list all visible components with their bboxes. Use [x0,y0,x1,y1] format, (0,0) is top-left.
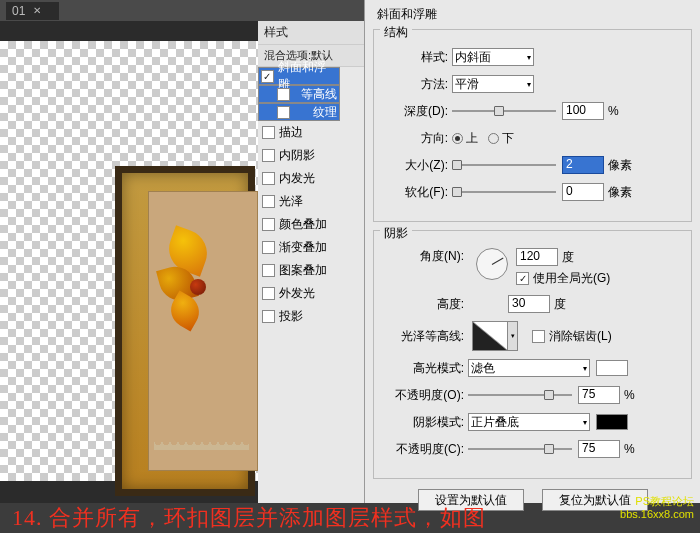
style-row-bevel[interactable]: ✓斜面和浮雕 [258,67,340,85]
angle-wheel[interactable] [476,248,508,280]
highlight-color-swatch[interactable] [596,360,628,376]
depth-input[interactable]: 100 [562,102,604,120]
style-label: 内阴影 [279,147,315,164]
soften-input[interactable]: 0 [562,183,604,201]
chevron-down-icon: ▾ [583,418,587,427]
style-label: 图案叠加 [279,262,327,279]
angle-unit: 度 [562,249,574,266]
style-label: 投影 [279,308,303,325]
style-label: 光泽 [279,193,303,210]
direction-up-radio[interactable]: 上 [452,130,478,147]
style-row-pattern-overlay[interactable]: 图案叠加 [258,259,364,282]
soften-slider[interactable] [452,185,556,199]
style-checkbox[interactable] [277,106,290,119]
style-row-inner-shadow[interactable]: 内阴影 [258,144,364,167]
stamp-edge [154,442,249,460]
style-checkbox[interactable] [277,88,290,101]
soften-unit: 像素 [608,184,632,201]
style-row-texture[interactable]: 纹理 [258,103,340,121]
style-label: 内发光 [279,170,315,187]
berry-icon [190,279,206,295]
style-label: 颜色叠加 [279,216,327,233]
altitude-label: 高度: [380,296,468,313]
opacity2-input[interactable]: 75 [578,440,620,458]
style-label: 外发光 [279,285,315,302]
method-select[interactable]: 平滑▾ [452,75,534,93]
shadow-mode-select[interactable]: 正片叠底▾ [468,413,590,431]
style-checkbox[interactable] [262,149,275,162]
structure-legend: 结构 [380,24,412,41]
style-label: 描边 [279,124,303,141]
size-slider[interactable] [452,158,556,172]
global-light-label: 使用全局光(G) [533,270,610,287]
opacity1-unit: % [624,388,635,402]
depth-label: 深度(D): [380,103,452,120]
size-label: 大小(Z): [380,157,452,174]
layer-styles-list: 样式 混合选项:默认 ✓斜面和浮雕等高线纹理描边内阴影内发光光泽颜色叠加渐变叠加… [258,21,364,503]
style-checkbox[interactable] [262,126,275,139]
altitude-input[interactable]: 30 [508,295,550,313]
style-checkbox[interactable] [262,195,275,208]
chevron-down-icon: ▾ [527,80,531,89]
altitude-unit: 度 [554,296,566,313]
angle-label: 角度(N): [380,248,468,265]
style-checkbox[interactable] [262,310,275,323]
style-row-inner-glow[interactable]: 内发光 [258,167,364,190]
style-label: 样式: [380,49,452,66]
style-checkbox[interactable] [262,287,275,300]
style-row-color-overlay[interactable]: 颜色叠加 [258,213,364,236]
bevel-emboss-panel: 斜面和浮雕 结构 样式: 内斜面▾ 方法: 平滑▾ 深度(D): 100 % [364,0,700,503]
style-checkbox[interactable]: ✓ [261,70,274,83]
angle-input[interactable]: 120 [516,248,558,266]
method-label: 方法: [380,76,452,93]
styles-title: 样式 [258,21,364,45]
gloss-contour-preview[interactable] [472,321,508,351]
gloss-label: 光泽等高线: [380,328,468,345]
style-row-drop-shadow[interactable]: 投影 [258,305,364,328]
watermark: PS教程论坛bbs.16xx8.com [620,495,694,521]
size-input[interactable]: 2 [562,156,604,174]
opacity2-slider[interactable] [468,442,572,456]
shading-legend: 阴影 [380,225,412,242]
depth-slider[interactable] [452,104,556,118]
shadow-color-swatch[interactable] [596,414,628,430]
shadow-mode-label: 阴影模式: [380,414,468,431]
highlight-mode-select[interactable]: 滤色▾ [468,359,590,377]
style-row-stroke[interactable]: 描边 [258,121,364,144]
structure-group: 结构 样式: 内斜面▾ 方法: 平滑▾ 深度(D): 100 % 方向: [373,29,692,222]
close-icon[interactable]: ✕ [33,5,41,16]
chevron-down-icon: ▾ [527,53,531,62]
opacity2-unit: % [624,442,635,456]
leaf-cluster [160,221,250,351]
tutorial-caption: 14. 合并所有，环扣图层并添加图层样式，如图 [0,503,700,533]
chevron-down-icon: ▾ [583,364,587,373]
style-label: 渐变叠加 [279,239,327,256]
style-checkbox[interactable] [262,241,275,254]
opacity1-slider[interactable] [468,388,572,402]
document-tab[interactable]: 01 ✕ [6,2,59,20]
opacity1-label: 不透明度(O): [380,387,468,404]
direction-down-radio[interactable]: 下 [488,130,514,147]
style-row-gradient-overlay[interactable]: 渐变叠加 [258,236,364,259]
style-label: 纹理 [313,104,337,121]
canvas-area [0,21,258,503]
chevron-down-icon[interactable]: ▾ [508,321,518,351]
opacity1-input[interactable]: 75 [578,386,620,404]
style-label: 等高线 [301,86,337,103]
workspace: 01 ✕ 样式 混合选项:默认 ✓斜面和浮雕等高线纹理描边内阴影内发光光泽颜色叠… [0,0,700,533]
shading-group: 阴影 角度(N): 120 度 ✓ 使用全局光(G) [373,230,692,479]
tab-label: 01 [12,4,25,18]
anti-alias-label: 消除锯齿(L) [549,328,612,345]
anti-alias-checkbox[interactable] [532,330,545,343]
direction-label: 方向: [380,130,452,147]
style-checkbox[interactable] [262,264,275,277]
style-checkbox[interactable] [262,218,275,231]
style-checkbox[interactable] [262,172,275,185]
style-row-satin[interactable]: 光泽 [258,190,364,213]
style-row-outer-glow[interactable]: 外发光 [258,282,364,305]
global-light-checkbox[interactable]: ✓ [516,272,529,285]
panel-title: 斜面和浮雕 [373,6,692,23]
style-select[interactable]: 内斜面▾ [452,48,534,66]
soften-label: 软化(F): [380,184,452,201]
opacity2-label: 不透明度(C): [380,441,468,458]
